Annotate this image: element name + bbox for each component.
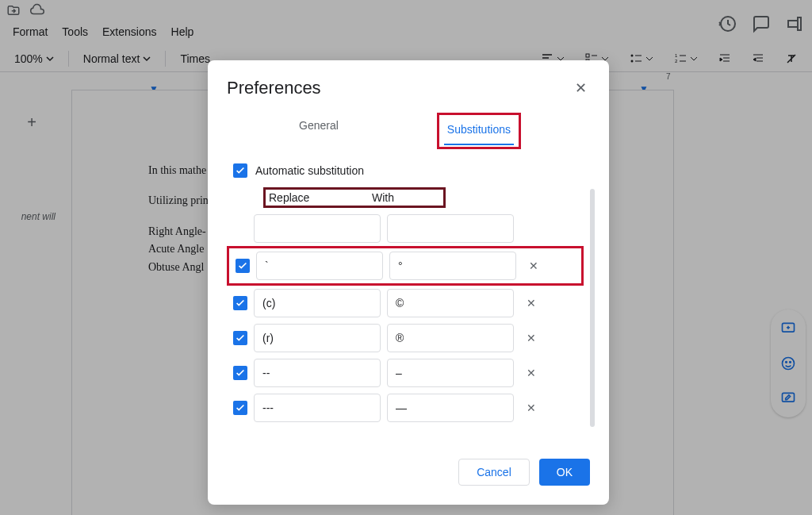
with-input[interactable] xyxy=(387,394,514,422)
header-with: With xyxy=(372,191,394,204)
with-input[interactable] xyxy=(387,324,514,352)
replace-input[interactable] xyxy=(254,359,381,387)
automatic-substitution-label: Automatic substitution xyxy=(255,164,364,177)
automatic-substitution-checkbox[interactable] xyxy=(233,163,247,178)
dialog-tabs: General Substitutions xyxy=(208,106,609,149)
with-input[interactable] xyxy=(387,289,514,317)
delete-row-button[interactable]: ✕ xyxy=(526,259,542,272)
check-icon xyxy=(235,298,246,309)
substitution-row xyxy=(233,211,584,246)
automatic-substitution-row: Automatic substitution xyxy=(233,163,584,178)
with-input[interactable] xyxy=(387,359,514,387)
tab-substitutions-highlight: Substitutions xyxy=(437,113,521,149)
substitution-enabled-checkbox[interactable] xyxy=(233,296,247,310)
replace-input[interactable] xyxy=(256,252,383,280)
substitution-row: ✕ xyxy=(233,321,584,356)
substitution-enabled-checkbox[interactable] xyxy=(236,259,250,273)
delete-row-button[interactable]: ✕ xyxy=(523,297,539,309)
delete-row-button[interactable]: ✕ xyxy=(523,367,539,379)
replace-input[interactable] xyxy=(254,289,381,317)
substitution-table: Replace With ✕✕✕✕✕ xyxy=(233,187,584,425)
check-icon xyxy=(235,402,246,413)
dialog-title: Preferences xyxy=(227,78,321,98)
header-replace: Replace xyxy=(266,191,372,204)
delete-row-button[interactable]: ✕ xyxy=(523,402,539,414)
preferences-dialog: Preferences ✕ General Substitutions Auto… xyxy=(208,60,609,505)
substitution-enabled-checkbox[interactable] xyxy=(233,401,247,415)
tab-general[interactable]: General xyxy=(296,113,342,149)
check-icon xyxy=(235,165,246,176)
with-input[interactable] xyxy=(389,252,516,280)
replace-input[interactable] xyxy=(254,214,381,243)
substitution-row: ✕ xyxy=(233,356,584,390)
cancel-button[interactable]: Cancel xyxy=(458,459,530,486)
header-highlight: Replace With xyxy=(263,187,446,208)
scrollbar[interactable] xyxy=(590,189,595,427)
dialog-footer: Cancel OK xyxy=(208,432,609,505)
with-input[interactable] xyxy=(387,214,514,243)
delete-row-button[interactable]: ✕ xyxy=(523,332,539,344)
substitution-row: ✕ xyxy=(227,246,584,286)
substitution-row: ✕ xyxy=(233,286,584,321)
dialog-close-button[interactable]: ✕ xyxy=(572,76,590,100)
check-icon xyxy=(237,260,248,271)
substitution-row: ✕ xyxy=(233,390,584,425)
ok-button[interactable]: OK xyxy=(539,459,590,486)
substitution-enabled-checkbox[interactable] xyxy=(233,331,247,345)
substitution-header: Replace With xyxy=(233,187,584,211)
tab-substitutions[interactable]: Substitutions xyxy=(444,117,514,145)
replace-input[interactable] xyxy=(254,324,381,352)
check-icon xyxy=(235,332,246,344)
substitution-enabled-checkbox[interactable] xyxy=(233,366,247,380)
dialog-header: Preferences ✕ xyxy=(208,60,609,106)
check-icon xyxy=(235,367,246,379)
dialog-body: Automatic substitution Replace With ✕✕✕✕… xyxy=(208,149,609,432)
replace-input[interactable] xyxy=(254,394,381,422)
